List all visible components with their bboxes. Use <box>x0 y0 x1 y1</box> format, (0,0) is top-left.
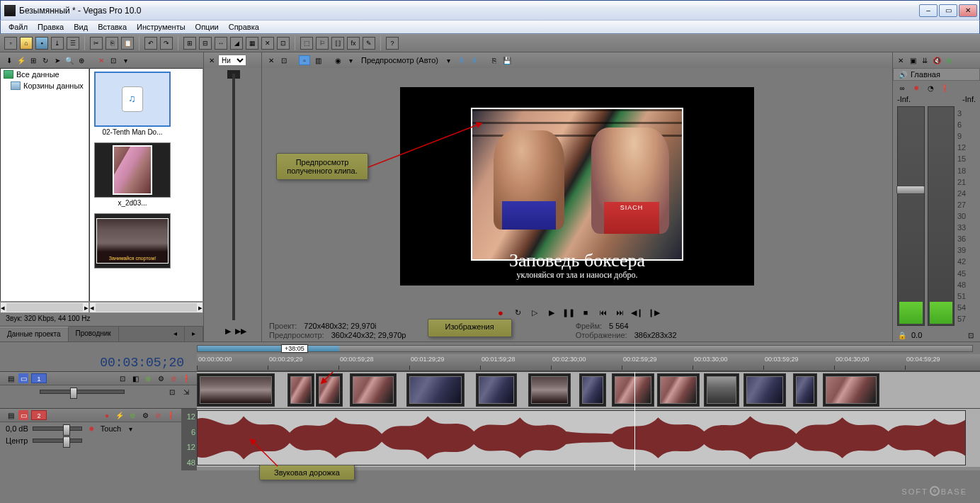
trimmer-track[interactable] <box>232 74 235 320</box>
vtrack-level-slider[interactable] <box>40 390 125 394</box>
thumb-image-1[interactable]: x_2d03... <box>94 142 171 207</box>
pv-quality-icon[interactable]: ◉ <box>333 55 343 65</box>
trimmer-close-icon[interactable]: ✕ <box>207 55 217 65</box>
tree-scrollbar[interactable]: ◂▸ <box>0 302 89 313</box>
zoom-icon[interactable]: ⊕ <box>76 55 86 65</box>
video-clip[interactable] <box>657 373 700 407</box>
step-back-button[interactable]: ◀❙ <box>632 307 642 317</box>
vtrack-mute-icon[interactable]: ⊘ <box>169 373 178 383</box>
play-start-button[interactable]: ▷ <box>530 307 540 317</box>
mx-down-icon[interactable]: ⇊ <box>920 55 930 65</box>
go-start-button[interactable]: ⏮ <box>598 307 608 317</box>
menu-edit[interactable]: Правка <box>33 21 69 33</box>
arrow-icon[interactable]: ➤ <box>52 55 62 65</box>
atrack-arm-icon[interactable]: ● <box>102 410 112 420</box>
tab-project-media[interactable]: Данные проекта <box>0 327 69 341</box>
vtrack-bypass-icon[interactable]: ⊡ <box>118 373 127 383</box>
mx-fx-icon[interactable]: ⊕ <box>944 55 954 65</box>
mx-close-icon[interactable]: ✕ <box>896 55 906 65</box>
trimmer-select[interactable]: Ни <box>218 55 246 66</box>
mx-mute-icon[interactable]: 🔇 <box>932 55 942 65</box>
vtrack-max-icon[interactable]: ▭ <box>18 373 28 383</box>
atrack-max-icon[interactable]: ▭ <box>18 410 28 420</box>
pv-close-icon[interactable]: ✕ <box>266 55 276 65</box>
refresh-icon[interactable]: ↻ <box>40 55 50 65</box>
atrack-number[interactable]: 2 <box>31 410 47 420</box>
tab-scroll-left[interactable]: ◂ <box>166 327 185 341</box>
stop-button[interactable]: ■ <box>581 307 591 317</box>
atrack-mute-icon[interactable]: ⊘ <box>153 410 163 420</box>
menu-help[interactable]: Справка <box>224 21 264 33</box>
menu-tools[interactable]: Инструменты <box>132 21 190 33</box>
copy-icon[interactable]: ⎘ <box>106 37 118 50</box>
pv-mode-drop-icon[interactable]: ▾ <box>444 55 454 65</box>
vtrack-number[interactable]: 1 <box>31 373 47 383</box>
pv-external-icon[interactable]: ▫ <box>299 55 310 65</box>
vtrack-comp-icon[interactable]: ◧ <box>130 373 140 383</box>
help-icon[interactable]: ? <box>386 37 399 50</box>
video-clip[interactable] <box>743 373 786 407</box>
cut-icon[interactable]: ✂ <box>90 37 103 50</box>
event-icon[interactable]: ⬚ <box>300 37 313 50</box>
snap-icon[interactable]: ⊞ <box>183 37 196 50</box>
save-icon[interactable]: ▪ <box>35 37 48 50</box>
timeline-ruler[interactable]: 00:00:00:00 00:00:29;29 00:00:59;28 00:0… <box>197 354 980 371</box>
mixer-meter-right[interactable] <box>928 106 955 326</box>
mx-dim-icon[interactable]: ▣ <box>908 55 918 65</box>
lock-icon[interactable]: ⊡ <box>277 37 290 50</box>
atrack-solo-icon[interactable]: ❗ <box>166 410 176 420</box>
bolt-icon[interactable]: ⚡ <box>16 55 26 65</box>
vtrack-fx-icon[interactable]: ⊕ <box>143 373 153 383</box>
atrack-pan-slider[interactable] <box>33 439 82 443</box>
track-content[interactable] <box>197 372 980 470</box>
fx-icon[interactable]: fx <box>347 37 360 50</box>
region-icon[interactable]: ⟦⟧ <box>331 37 344 50</box>
mixer-fader[interactable] <box>896 186 925 194</box>
menu-view[interactable]: Вид <box>69 21 93 33</box>
snap2-icon[interactable]: ⊟ <box>199 37 212 50</box>
paste-icon[interactable]: 📋 <box>121 37 134 50</box>
atrack-vol-slider[interactable] <box>33 426 82 431</box>
menu-options[interactable]: Опции <box>190 21 224 33</box>
pv-mode-label[interactable]: Предпросмотр (Авто) <box>358 56 441 64</box>
new-icon[interactable]: ▫ <box>4 37 17 50</box>
tab-explorer[interactable]: Проводник <box>69 327 119 341</box>
mixer-warn-icon[interactable]: ❗ <box>940 83 950 93</box>
tree-all-media[interactable]: Все данные <box>1 69 89 80</box>
thumb-image-2[interactable] <box>94 213 171 270</box>
play-button[interactable]: ▶ <box>547 307 557 317</box>
video-clip[interactable] <box>579 373 606 407</box>
video-clip[interactable] <box>197 373 275 407</box>
pv-save-icon[interactable]: 💾 <box>502 55 512 65</box>
atrack-inv-icon[interactable]: ⚡ <box>115 410 125 420</box>
render-icon[interactable]: ⤓ <box>51 37 64 50</box>
ripple-icon[interactable]: ↔ <box>215 37 227 50</box>
pv-fx-icon[interactable]: ⊡ <box>279 55 289 65</box>
video-clip[interactable] <box>793 373 817 407</box>
view-icon[interactable]: ▾ <box>120 55 130 65</box>
vtrack-auto-icon[interactable]: ⚙ <box>156 373 166 383</box>
video-clip[interactable] <box>823 373 879 407</box>
pause-button[interactable]: ❚❚ <box>564 307 574 317</box>
undo-icon[interactable]: ↶ <box>144 37 157 50</box>
mixer-meter-left[interactable] <box>897 106 925 326</box>
pv-overlay2-icon[interactable]: # <box>469 55 479 65</box>
custom-icon[interactable]: ✎ <box>363 37 375 50</box>
marker-icon[interactable]: ⚐ <box>316 37 329 50</box>
delete-icon[interactable]: ✕ <box>96 55 106 65</box>
video-clip[interactable] <box>316 373 343 407</box>
atrack-fx-icon[interactable]: ⊕ <box>127 410 137 420</box>
open-icon[interactable]: ⌂ <box>20 37 33 50</box>
trimmer-play-icon[interactable]: ▶ <box>225 327 231 336</box>
video-clip[interactable] <box>476 373 517 407</box>
menu-file[interactable]: Файл <box>4 21 33 33</box>
overview-bar[interactable]: +38:05 <box>0 341 980 354</box>
quantize-icon[interactable]: ▦ <box>246 37 258 50</box>
pv-split-icon[interactable]: ▥ <box>313 55 323 65</box>
atrack-auto-icon[interactable]: ⚙ <box>140 410 150 420</box>
props-icon[interactable]: ☰ <box>67 37 79 50</box>
tab-scroll-right[interactable]: ▸ <box>185 327 203 341</box>
minimize-button[interactable]: – <box>919 4 938 17</box>
capture-icon[interactable]: ⊞ <box>28 55 38 65</box>
thumb-scrollbar[interactable]: ◂▸ <box>89 302 203 313</box>
